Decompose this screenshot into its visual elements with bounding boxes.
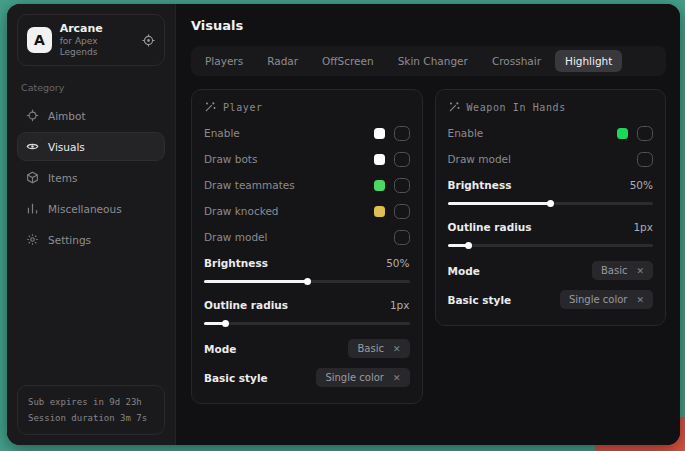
setting-label: Basic style — [204, 372, 268, 384]
slider-track — [448, 244, 654, 247]
select-chip[interactable]: Basic✕ — [348, 339, 409, 358]
setting-label: Brightness — [204, 257, 268, 269]
toggle-setting-row: Enable — [204, 125, 410, 141]
sidebar-item-label: Aimbot — [48, 110, 86, 122]
setting-label: Enable — [204, 127, 240, 139]
color-swatch[interactable] — [374, 180, 385, 191]
chip-setting-row: ModeBasic✕ — [204, 339, 410, 358]
select-chip[interactable]: Single color✕ — [316, 368, 409, 387]
slider-setting: Outline radius1px — [204, 297, 410, 327]
panel-player: PlayerEnableDraw botsDraw teammatesDraw … — [191, 89, 423, 404]
tab-bar: PlayersRadarOffScreenSkin ChangerCrossha… — [191, 46, 666, 76]
slider[interactable] — [448, 242, 654, 249]
category-label: Category — [21, 82, 165, 93]
slider-fill — [204, 280, 307, 283]
toggle-checkbox[interactable] — [394, 126, 410, 141]
chip-close-icon[interactable]: ✕ — [393, 344, 401, 354]
setting-controls — [374, 178, 410, 193]
tab-highlight[interactable]: Highlight — [555, 50, 622, 72]
slider-handle[interactable] — [304, 278, 311, 285]
slider-label-row: Outline radius1px — [448, 219, 654, 235]
slider-group — [448, 242, 654, 249]
setting-controls — [374, 152, 410, 167]
target-icon[interactable] — [142, 34, 155, 47]
slider-label-row: Outline radius1px — [204, 297, 410, 313]
toggle-checkbox[interactable] — [637, 152, 653, 167]
tab-offscreen[interactable]: OffScreen — [312, 50, 384, 72]
setting-value: 1px — [633, 221, 653, 233]
color-swatch[interactable] — [617, 128, 628, 139]
toggle-setting-row: Draw teammates — [204, 177, 410, 193]
chip-close-icon[interactable]: ✕ — [636, 295, 644, 305]
setting-controls — [637, 152, 653, 167]
eye-icon — [26, 140, 39, 153]
setting-value: 50% — [386, 257, 409, 269]
slider[interactable] — [204, 320, 410, 327]
setting-label: Outline radius — [448, 221, 532, 233]
slider-handle[interactable] — [222, 320, 229, 327]
sidebar-item-miscellaneous[interactable]: Miscellaneous — [17, 194, 165, 223]
panel-header: Weapon In Hands — [448, 101, 654, 113]
chip-close-icon[interactable]: ✕ — [393, 373, 401, 383]
panel-weapon-in-hands: Weapon In HandsEnableDraw modelBrightnes… — [435, 89, 667, 326]
app-name: Arcane — [60, 22, 134, 36]
tab-skin-changer[interactable]: Skin Changer — [388, 50, 478, 72]
chip-setting-row: ModeBasic✕ — [448, 261, 654, 280]
setting-label: Draw teammates — [204, 179, 295, 191]
setting-label: Outline radius — [204, 299, 288, 311]
panel-title: Weapon In Hands — [467, 102, 566, 113]
toggle-checkbox[interactable] — [394, 230, 410, 245]
slider-setting: Brightness50% — [204, 255, 410, 285]
toggle-checkbox[interactable] — [394, 152, 410, 167]
setting-label: Mode — [448, 265, 480, 277]
app-header-card: A Arcane for Apex Legends — [17, 14, 165, 66]
sidebar-item-settings[interactable]: Settings — [17, 225, 165, 254]
color-swatch[interactable] — [374, 154, 385, 165]
toggle-checkbox[interactable] — [394, 204, 410, 219]
bars-icon — [26, 202, 39, 215]
page-title: Visuals — [191, 18, 666, 33]
slider-track — [204, 322, 410, 325]
chip-value: Basic — [357, 343, 383, 354]
setting-controls — [394, 230, 410, 245]
main-content: Visuals PlayersRadarOffScreenSkin Change… — [176, 4, 680, 445]
slider-handle[interactable] — [465, 242, 472, 249]
tab-crosshair[interactable]: Crosshair — [482, 50, 551, 72]
setting-controls — [374, 204, 410, 219]
panel-title: Player — [223, 102, 263, 113]
setting-label: Enable — [448, 127, 484, 139]
sub-expiry-text: Sub expires in 9d 23h — [28, 394, 154, 410]
color-swatch[interactable] — [374, 206, 385, 217]
sidebar-item-aimbot[interactable]: Aimbot — [17, 101, 165, 130]
chip-close-icon[interactable]: ✕ — [636, 266, 644, 276]
toggle-checkbox[interactable] — [637, 126, 653, 141]
sidebar-item-label: Miscellaneous — [48, 203, 122, 215]
select-chip[interactable]: Single color✕ — [560, 290, 653, 309]
slider-label-row: Brightness50% — [448, 177, 654, 193]
sidebar-item-label: Visuals — [48, 141, 85, 153]
sidebar-item-visuals[interactable]: Visuals — [17, 132, 165, 161]
setting-value: 50% — [630, 179, 653, 191]
chip-setting-row: Basic styleSingle color✕ — [448, 290, 654, 309]
select-chip[interactable]: Basic✕ — [592, 261, 653, 280]
slider-handle[interactable] — [547, 200, 554, 207]
chip-value: Single color — [325, 372, 384, 383]
color-swatch[interactable] — [374, 128, 385, 139]
chip-setting-row: Basic styleSingle color✕ — [204, 368, 410, 387]
slider-group — [204, 278, 410, 285]
toggle-checkbox[interactable] — [394, 178, 410, 193]
setting-controls — [374, 126, 410, 141]
tab-players[interactable]: Players — [195, 50, 253, 72]
slider[interactable] — [448, 200, 654, 207]
tab-radar[interactable]: Radar — [257, 50, 308, 72]
sidebar-nav: AimbotVisualsItemsMiscellaneousSettings — [17, 101, 165, 254]
setting-label: Mode — [204, 343, 236, 355]
slider[interactable] — [204, 278, 410, 285]
sidebar-item-items[interactable]: Items — [17, 163, 165, 192]
panel-header: Player — [204, 101, 410, 113]
slider-setting: Brightness50% — [448, 177, 654, 207]
slider-setting: Outline radius1px — [448, 219, 654, 249]
sidebar-item-label: Items — [48, 172, 77, 184]
slider-label-row: Brightness50% — [204, 255, 410, 271]
setting-label: Draw model — [448, 153, 511, 165]
